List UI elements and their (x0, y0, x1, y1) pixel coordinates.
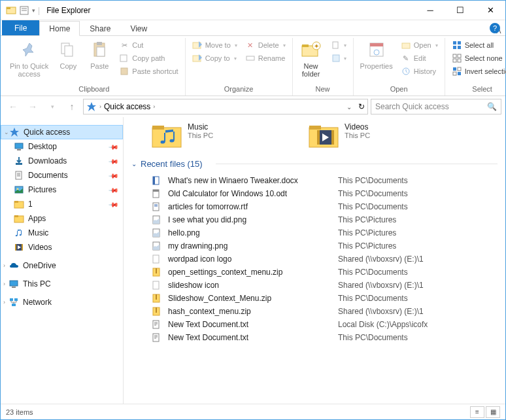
svg-rect-31 (458, 54, 461, 58)
easy-access-button[interactable]: ▾ (328, 52, 349, 64)
file-icon (151, 201, 161, 212)
sidebar-item-1[interactable]: 1📌 (1, 197, 123, 211)
folder-videos[interactable]: VideosThis PC (308, 122, 439, 149)
back-button[interactable]: ← (5, 98, 22, 115)
tab-view[interactable]: View (120, 21, 157, 35)
paste-shortcut-button[interactable]: Paste shortcut (116, 65, 180, 77)
svg-rect-53 (10, 298, 13, 301)
titlebar: ▾ | File Explorer ─ ☐ ✕ (1, 1, 505, 20)
sidebar-network[interactable]: › Network (1, 295, 123, 309)
invert-selection-button[interactable]: Invert selection (449, 65, 506, 77)
svg-rect-33 (458, 59, 461, 62)
svg-rect-80 (153, 334, 159, 341)
sidebar-item-apps[interactable]: Apps (1, 211, 123, 226)
sidebar-this-pc[interactable]: › This PC (1, 277, 123, 291)
svg-rect-41 (16, 171, 22, 179)
file-row[interactable]: hello.pngThis PC\Pictures (131, 226, 498, 239)
pin-to-quick-access-button[interactable]: Pin to Quick access (7, 38, 51, 79)
history-button[interactable]: History (398, 65, 441, 77)
close-button[interactable]: ✕ (475, 1, 505, 20)
file-row[interactable]: articles for tomorrow.rtfThis PC\Documen… (131, 200, 498, 213)
svg-rect-1 (7, 7, 10, 9)
forward-button[interactable]: → (24, 98, 41, 115)
file-row[interactable]: my drawning.pngThis PC\Pictures (131, 239, 498, 253)
this-pc-icon (8, 279, 19, 289)
sidebar-item-videos[interactable]: Videos (1, 240, 123, 254)
file-row[interactable]: New Text Document.txtLocal Disk (C:)\App… (131, 318, 498, 331)
sidebar-item-downloads[interactable]: Downloads📌 (1, 154, 123, 168)
copy-path-button[interactable]: Copy path (116, 52, 180, 64)
paste-button[interactable]: Paste (85, 38, 114, 71)
open-button[interactable]: Open▾ (398, 39, 441, 51)
folder-icon (151, 122, 182, 149)
sidebar-item-music[interactable]: Music (1, 226, 123, 240)
address-box[interactable]: › Quick access › ⌄ ↻ (83, 99, 368, 114)
file-row[interactable]: open_settings_context_menu.zipThis PC\Do… (131, 266, 498, 279)
refresh-button[interactable]: ↻ (358, 102, 365, 111)
tab-file[interactable]: File (2, 20, 39, 35)
file-row[interactable]: Old Calculator for Windows 10.odtThis PC… (131, 187, 498, 200)
breadcrumb[interactable]: Quick access (104, 102, 150, 111)
chevron-right-icon[interactable]: › (3, 299, 5, 306)
tab-home[interactable]: Home (39, 21, 80, 36)
cut-button[interactable]: ✂Cut (116, 39, 180, 51)
minimize-button[interactable]: ─ (415, 1, 445, 20)
svg-rect-47 (14, 215, 18, 217)
group-new-label: New (297, 84, 349, 96)
up-button[interactable]: ↑ (63, 98, 80, 115)
file-row[interactable]: I see what you did.pngThis PC\Pictures (131, 213, 498, 226)
file-icon (151, 306, 161, 317)
details-view-button[interactable]: ≡ (470, 406, 484, 418)
tab-share[interactable]: Share (80, 21, 120, 35)
chevron-right-icon[interactable]: › (3, 281, 5, 287)
svg-rect-73 (156, 268, 157, 273)
maximize-button[interactable]: ☐ (445, 1, 475, 20)
file-row[interactable]: slideshow iconShared (\\vboxsrv) (E:)\1 (131, 279, 498, 292)
qat-properties-icon[interactable] (19, 5, 29, 16)
sidebar-item-desktop[interactable]: Desktop📌 (1, 139, 123, 154)
search-box[interactable]: Search Quick access 🔍 (371, 99, 501, 114)
svg-rect-55 (12, 304, 16, 306)
copy-to-button[interactable]: Copy to▾ (190, 52, 240, 64)
file-row[interactable]: What's new in Winaero Tweaker.docxThis P… (131, 174, 498, 187)
file-row[interactable]: hash_context_menu.zipShared (\\vboxsrv) … (131, 305, 498, 318)
help-icon[interactable]: ? (490, 23, 500, 33)
recent-files-header[interactable]: ⌄ Recent files (15) (131, 159, 498, 169)
navigation-pane: ⌄ Quick access Desktop📌Downloads📌Documen… (1, 117, 124, 404)
new-item-button[interactable]: ▾ (328, 39, 349, 51)
svg-rect-28 (453, 46, 456, 49)
chevron-down-icon[interactable]: ⌄ (4, 129, 9, 135)
copy-icon (58, 39, 78, 60)
move-to-button[interactable]: Move to▾ (190, 39, 240, 51)
svg-rect-20 (333, 55, 339, 61)
delete-button[interactable]: ✕Delete▾ (243, 39, 288, 51)
select-none-button[interactable]: Select none (449, 52, 506, 64)
svg-rect-11 (121, 68, 127, 75)
file-row[interactable]: New Text Document.txtThis PC\Documents (131, 331, 498, 344)
chevron-down-icon: ⌄ (131, 160, 137, 167)
file-row[interactable]: wordpad icon logoShared (\\vboxsrv) (E:)… (131, 253, 498, 266)
new-folder-button[interactable]: ✦ New folder (297, 38, 326, 79)
address-dropdown-icon[interactable]: ⌄ (346, 103, 352, 111)
file-row[interactable]: Slideshow_Context_Menu.zipThis PC\Docume… (131, 292, 498, 305)
properties-button[interactable]: Properties (358, 38, 396, 71)
folder-icon (14, 199, 24, 209)
edit-button[interactable]: ✎Edit (398, 52, 441, 64)
sidebar-quick-access[interactable]: ⌄ Quick access (1, 125, 123, 139)
qat-dropdown-icon[interactable]: ▾ (32, 7, 35, 14)
sidebar-onedrive[interactable]: › OneDrive (1, 258, 123, 273)
recent-locations-button[interactable]: ▾ (44, 98, 61, 115)
svg-rect-39 (17, 149, 21, 150)
copy-button[interactable]: Copy (54, 38, 82, 71)
sidebar-item-documents[interactable]: Documents📌 (1, 168, 123, 183)
rename-button[interactable]: Rename (243, 52, 288, 64)
thumbnails-view-button[interactable]: ▦ (486, 406, 500, 418)
properties-icon (366, 39, 387, 60)
select-all-button[interactable]: Select all (449, 39, 506, 51)
sidebar-item-pictures[interactable]: Pictures📌 (1, 183, 123, 197)
svg-rect-64 (153, 177, 155, 184)
svg-rect-74 (153, 281, 159, 289)
chevron-right-icon[interactable]: › (3, 262, 5, 269)
file-icon (151, 215, 161, 225)
folder-music[interactable]: MusicThis PC (151, 122, 282, 149)
